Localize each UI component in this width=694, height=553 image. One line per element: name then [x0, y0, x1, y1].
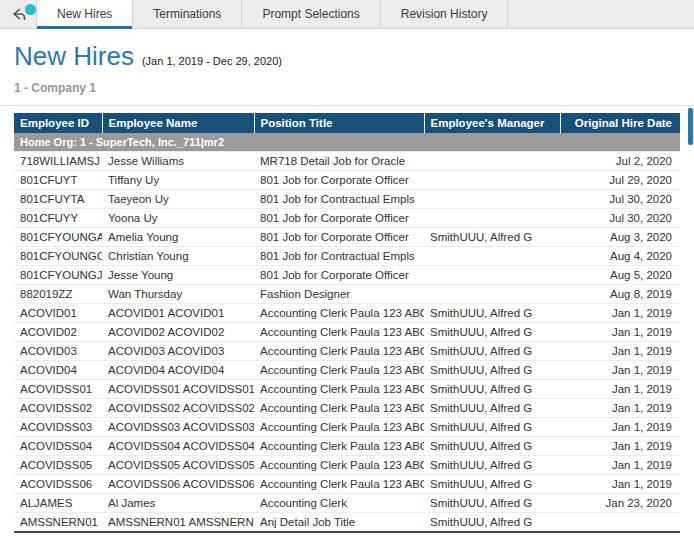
cell-employee-name: ACOVIDSS01 ACOVIDSS01: [102, 379, 254, 398]
cell-position-title: 801 Job for Contractual Empls: [254, 246, 424, 265]
tab-revision-history[interactable]: Revision History: [381, 0, 509, 28]
table-row[interactable]: ACOVIDSS05ACOVIDSS05 ACOVIDSS05Accountin…: [14, 455, 680, 474]
table-row[interactable]: ACOVID02ACOVID02 ACOVID02Accounting Cler…: [14, 322, 680, 341]
cell-employee-id: 801CFUYTA: [14, 189, 102, 208]
cell-employee-name: ACOVID01 ACOVID01: [102, 303, 254, 322]
cell-employee-id: ACOVIDSS03: [14, 417, 102, 436]
cell-employees-manager: SmithUUU, Alfred G: [424, 360, 560, 379]
cell-original-hire-date: Aug 5, 2020: [560, 265, 680, 284]
group-header-row: Home Org: 1 - SuperTech, Inc._711|mr2: [14, 133, 680, 151]
cell-original-hire-date: Jan 1, 2019: [560, 417, 680, 436]
table-row[interactable]: 801CFUYTATaeyeon Uy801 Job for Contractu…: [14, 189, 680, 208]
table-row[interactable]: ACOVID03ACOVID03 ACOVID03Accounting Cler…: [14, 341, 680, 360]
column-header-original-hire-date[interactable]: Original Hire Date: [560, 113, 680, 133]
column-header-employee-name[interactable]: Employee Name: [102, 113, 254, 133]
date-range: (Jan 1, 2019 - Dec 29, 2020): [142, 55, 282, 67]
table-row[interactable]: 882019ZZWan ThursdayFashion DesignerAug …: [14, 284, 680, 303]
cell-employee-name: Tiffany Uy: [102, 170, 254, 189]
table-row[interactable]: 718WILLIAMSJJesse WilliamsMR718 Detail J…: [14, 151, 680, 170]
cell-original-hire-date: Jul 29, 2020: [560, 170, 680, 189]
cell-employees-manager: SmithUUU, Alfred G: [424, 227, 560, 246]
cell-original-hire-date: Jul 30, 2020: [560, 208, 680, 227]
cell-original-hire-date: Jan 1, 2019: [560, 379, 680, 398]
cell-position-title: 801 Job for Contractual Empls: [254, 189, 424, 208]
table-row[interactable]: 801CFYOUNGJJesse Young801 Job for Corpor…: [14, 265, 680, 284]
tab-label: Terminations: [153, 7, 221, 21]
table-row[interactable]: ACOVIDSS02ACOVIDSS02 ACOVIDSS02Accountin…: [14, 398, 680, 417]
cell-position-title: 801 Job for Corporate Officer: [254, 227, 424, 246]
cell-employees-manager: SmithUUU, Alfred G: [424, 436, 560, 455]
cell-original-hire-date: Jan 1, 2019: [560, 360, 680, 379]
cell-employees-manager: [424, 208, 560, 227]
cell-employee-name: ACOVIDSS04 ACOVIDSS04: [102, 436, 254, 455]
cell-position-title: Accounting Clerk: [254, 493, 424, 512]
table-row[interactable]: 801CFUYTTiffany Uy801 Job for Corporate …: [14, 170, 680, 189]
table-row[interactable]: 801CFYOUNGAAmelia Young801 Job for Corpo…: [14, 227, 680, 246]
cell-original-hire-date: Jan 1, 2019: [560, 341, 680, 360]
table-header-row: Employee IDEmployee NamePosition TitleEm…: [14, 113, 680, 133]
cell-position-title: Accounting Clerk Paula 123 ABC: [254, 417, 424, 436]
cell-employee-id: ACOVIDSS02: [14, 398, 102, 417]
table-row[interactable]: ALJAMESAl JamesAccounting ClerkSmithUUU,…: [14, 493, 680, 512]
table-row[interactable]: ACOVIDSS01ACOVIDSS01 ACOVIDSS01Accountin…: [14, 379, 680, 398]
cell-original-hire-date: Jan 1, 2019: [560, 322, 680, 341]
cell-employee-id: ACOVIDSS01: [14, 379, 102, 398]
tab-terminations[interactable]: Terminations: [133, 0, 242, 28]
table-row[interactable]: AMSSNERN01AMSSNERN01 AMSSNERN01Anj Detai…: [14, 512, 680, 531]
table-row[interactable]: ACOVIDSS04ACOVIDSS04 ACOVIDSS04Accountin…: [14, 436, 680, 455]
cell-employees-manager: [424, 246, 560, 265]
cell-original-hire-date: Jan 23, 2020: [560, 493, 680, 512]
cell-original-hire-date: Jul 30, 2020: [560, 189, 680, 208]
cell-employees-manager: SmithUUU, Alfred G: [424, 493, 560, 512]
table-row[interactable]: 801CFYOUNGCChristian Young801 Job for Co…: [14, 246, 680, 265]
cell-original-hire-date: Jan 1, 2019: [560, 436, 680, 455]
tab-prompt-selections[interactable]: Prompt Selections: [242, 0, 380, 28]
scrollbar-thumb[interactable]: [688, 108, 693, 145]
tab-new-hires[interactable]: New Hires: [36, 0, 133, 28]
cell-employee-name: Amelia Young: [102, 227, 254, 246]
cell-employee-name: ACOVIDSS03 ACOVIDSS03: [102, 417, 254, 436]
cell-position-title: Accounting Clerk Paula 123 ABC: [254, 303, 424, 322]
table-row[interactable]: 801CFUYYYoona Uy801 Job for Corporate Of…: [14, 208, 680, 227]
table-row[interactable]: ACOVID04ACOVID04 ACOVID04Accounting Cler…: [14, 360, 680, 379]
back-button[interactable]: [0, 0, 36, 28]
cell-position-title: Accounting Clerk Paula 123 ABC: [254, 322, 424, 341]
tab-label: Revision History: [401, 7, 488, 21]
tab-label: New Hires: [57, 7, 112, 21]
table-row[interactable]: ACOVIDSS06ACOVIDSS06 ACOVIDSS06Accountin…: [14, 474, 680, 493]
cell-position-title: Anj Detail Job Title: [254, 512, 424, 531]
tab-label: Prompt Selections: [262, 7, 359, 21]
new-hires-table-wrap: Employee IDEmployee NamePosition TitleEm…: [14, 113, 680, 533]
cell-position-title: Fashion Designer: [254, 284, 424, 303]
cell-employees-manager: SmithUUU, Alfred G: [424, 398, 560, 417]
cell-employee-id: ACOVID02: [14, 322, 102, 341]
company-subtitle: 1 - Company 1: [14, 81, 680, 95]
cell-position-title: 801 Job for Corporate Officer: [254, 265, 424, 284]
cell-employee-name: Wan Thursday: [102, 284, 254, 303]
cell-position-title: Accounting Clerk Paula 123 ABC: [254, 398, 424, 417]
cell-original-hire-date: Aug 4, 2020: [560, 246, 680, 265]
cell-employee-id: 801CFYOUNGC: [14, 246, 102, 265]
new-hires-table: Employee IDEmployee NamePosition TitleEm…: [14, 113, 680, 531]
cell-employee-id: 801CFUYY: [14, 208, 102, 227]
cell-employee-id: ACOVID04: [14, 360, 102, 379]
page-title: New Hires: [14, 41, 134, 71]
cell-position-title: Accounting Clerk Paula 123 ABC: [254, 455, 424, 474]
cell-employees-manager: SmithUUU, Alfred G: [424, 417, 560, 436]
cell-employees-manager: [424, 151, 560, 170]
table-row[interactable]: ACOVID01ACOVID01 ACOVID01Accounting Cler…: [14, 303, 680, 322]
column-header-position-title[interactable]: Position Title: [254, 113, 424, 133]
cell-original-hire-date: Jul 2, 2020: [560, 151, 680, 170]
cell-employees-manager: SmithUUU, Alfred G: [424, 474, 560, 493]
cell-position-title: MR718 Detail Job for Oracle: [254, 151, 424, 170]
cell-employee-name: ACOVIDSS06 ACOVIDSS06: [102, 474, 254, 493]
column-header-employee-id[interactable]: Employee ID: [14, 113, 102, 133]
column-header-employees-manager[interactable]: Employee's Manager: [424, 113, 560, 133]
cell-employees-manager: SmithUUU, Alfred G: [424, 512, 560, 531]
cell-employee-name: Taeyeon Uy: [102, 189, 254, 208]
cell-employees-manager: [424, 265, 560, 284]
table-row[interactable]: ACOVIDSS03ACOVIDSS03 ACOVIDSS03Accountin…: [14, 417, 680, 436]
cell-employee-name: ACOVIDSS05 ACOVIDSS05: [102, 455, 254, 474]
cell-employee-id: 882019ZZ: [14, 284, 102, 303]
cell-employee-id: 718WILLIAMSJ: [14, 151, 102, 170]
